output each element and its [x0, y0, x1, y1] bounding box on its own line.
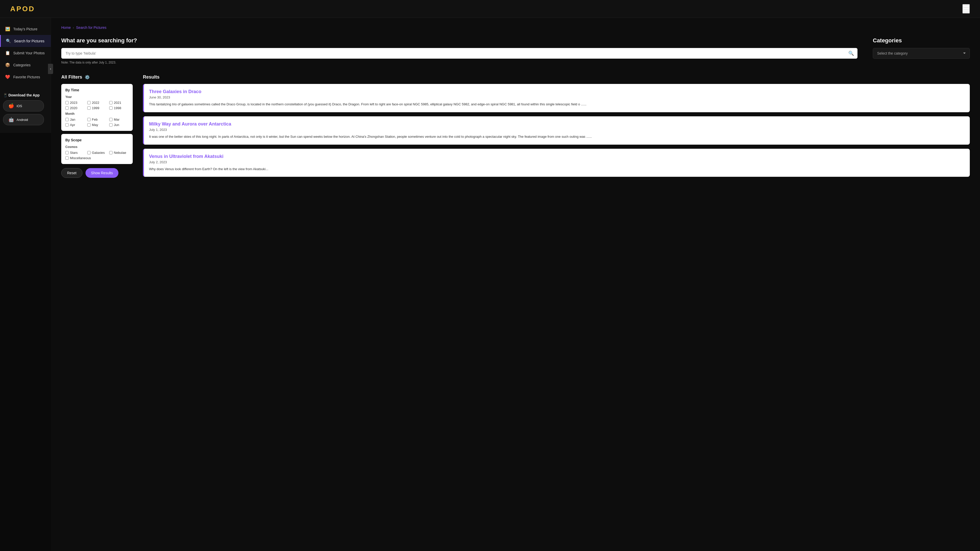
show-results-button[interactable]: Show Results: [86, 168, 119, 178]
year-1999[interactable]: 1999: [87, 106, 107, 110]
result-card-1[interactable]: Three Galaxies in Draco June 30, 2023 Th…: [143, 84, 970, 112]
breadcrumb-separator: ›: [73, 25, 74, 30]
search-submit-button[interactable]: 🔍: [848, 51, 854, 56]
scope-nebulae-checkbox[interactable]: [109, 151, 113, 154]
sidebar-wrapper: 🖼️ Today's Picture 🔍 Search for Pictures…: [0, 18, 51, 551]
breadcrumb: Home › Search for Pictures: [61, 25, 970, 30]
month-feb-checkbox[interactable]: [87, 118, 91, 121]
result-title-1: Three Galaxies in Draco: [149, 89, 965, 94]
ios-download-button[interactable]: 🍎 iOS: [3, 100, 44, 111]
android-label: Android: [17, 118, 28, 122]
search-magnifier-icon: 🔍: [848, 51, 854, 56]
sidebar-item-label: Search for Pictures: [14, 39, 45, 43]
sidebar-item-favorites[interactable]: ❤️ Favorite Pictures: [0, 71, 51, 83]
result-desc-3: Why does Venus look different from Earth…: [149, 167, 965, 172]
filters-panel: All Filters ⚙️ By Time Year 2023 2022 20…: [61, 75, 133, 178]
sidebar-item-categories[interactable]: 📦 Categories: [0, 59, 51, 71]
results-title: Results: [143, 75, 970, 80]
month-apr[interactable]: Apr: [65, 123, 85, 127]
search-note: Note: The data is only after July 1, 202…: [61, 61, 858, 64]
month-label: Month: [65, 112, 129, 116]
year-1999-checkbox[interactable]: [87, 106, 91, 110]
breadcrumb-home[interactable]: Home: [61, 25, 71, 30]
reset-button[interactable]: Reset: [61, 168, 83, 178]
logo-text: APOD: [10, 5, 35, 13]
by-time-title: By Time: [65, 88, 129, 92]
submit-icon: 📋: [5, 51, 10, 56]
scope-checkboxes: Stars Galaxies Nebulae Miscellaneous: [65, 151, 129, 160]
filters-header: All Filters ⚙️: [61, 75, 133, 80]
favorites-icon: ❤️: [5, 75, 10, 79]
result-desc-2: It was one of the better skies of this l…: [149, 134, 965, 140]
result-date-3: July 2, 2023: [149, 160, 965, 164]
scope-misc[interactable]: Miscellaneous: [65, 156, 129, 160]
year-2020-checkbox[interactable]: [65, 106, 68, 110]
cosmos-label: Cosmos: [65, 145, 129, 149]
search-box: 🔍: [61, 48, 858, 59]
filter-by-time: By Time Year 2023 2022 2021 2020 1999 19…: [61, 84, 133, 131]
sidebar-item-search[interactable]: 🔍 Search for Pictures: [0, 35, 51, 47]
sidebar: 🖼️ Today's Picture 🔍 Search for Pictures…: [0, 18, 51, 133]
result-title-3: Venus in Ultraviolet from Akatsuki: [149, 154, 965, 159]
download-section: 📱 Download the App 🍎 iOS 🤖 Android: [0, 93, 51, 125]
scope-galaxies-checkbox[interactable]: [87, 151, 91, 154]
ios-label: iOS: [17, 104, 22, 108]
logo[interactable]: APOD: [10, 5, 35, 13]
result-date-2: July 1, 2023: [149, 128, 965, 132]
month-may[interactable]: May: [87, 123, 107, 127]
filter-icon: ⚙️: [85, 75, 90, 79]
month-apr-checkbox[interactable]: [65, 123, 68, 127]
android-icon: 🤖: [8, 117, 14, 122]
month-jan[interactable]: Jan: [65, 118, 85, 121]
year-2021[interactable]: 2021: [109, 101, 129, 105]
month-feb[interactable]: Feb: [87, 118, 107, 121]
scope-stars[interactable]: Stars: [65, 151, 85, 155]
year-1998[interactable]: 1998: [109, 106, 129, 110]
categories-icon: 📦: [5, 62, 10, 67]
hamburger-button[interactable]: ☰: [963, 4, 970, 14]
year-2022[interactable]: 2022: [87, 101, 107, 105]
year-2021-checkbox[interactable]: [109, 101, 113, 104]
filters-results: All Filters ⚙️ By Time Year 2023 2022 20…: [61, 75, 970, 181]
result-desc-1: This tantalizing trio of galaxies someti…: [149, 102, 965, 107]
page-layout: 🖼️ Today's Picture 🔍 Search for Pictures…: [0, 18, 980, 551]
scope-misc-checkbox[interactable]: [65, 156, 68, 160]
header: APOD ☰: [0, 0, 980, 18]
result-card-2[interactable]: Milky Way and Aurora over Antarctica Jul…: [143, 116, 970, 144]
category-select[interactable]: Select the category Galaxies Nebulae Sta…: [873, 48, 970, 59]
year-2022-checkbox[interactable]: [87, 101, 91, 104]
month-mar[interactable]: Mar: [109, 118, 129, 121]
result-title-2: Milky Way and Aurora over Antarctica: [149, 121, 965, 127]
month-may-checkbox[interactable]: [87, 123, 91, 127]
sidebar-item-submit[interactable]: 📋 Submit Your Photos: [0, 47, 51, 59]
result-card-3[interactable]: Venus in Ultraviolet from Akatsuki July …: [143, 149, 970, 177]
search-heading: What are you searching for?: [61, 37, 858, 44]
sidebar-item-label: Submit Your Photos: [13, 51, 45, 55]
sidebar-item-label: Categories: [13, 63, 30, 67]
search-section: What are you searching for? 🔍 Note: The …: [61, 37, 970, 64]
download-title: 📱 Download the App: [3, 93, 48, 97]
month-jun[interactable]: Jun: [109, 123, 129, 127]
search-left: What are you searching for? 🔍 Note: The …: [61, 37, 858, 64]
main-content: Home › Search for Pictures What are you …: [51, 18, 980, 551]
scope-stars-checkbox[interactable]: [65, 151, 68, 154]
scope-nebulae[interactable]: Nebulae: [109, 151, 129, 155]
year-2023-checkbox[interactable]: [65, 101, 68, 104]
filters-title: All Filters: [61, 75, 82, 80]
search-input[interactable]: [61, 48, 858, 59]
year-1998-checkbox[interactable]: [109, 106, 113, 110]
sidebar-item-label: Favorite Pictures: [13, 75, 40, 79]
month-jan-checkbox[interactable]: [65, 118, 68, 121]
month-jun-checkbox[interactable]: [109, 123, 113, 127]
year-2023[interactable]: 2023: [65, 101, 85, 105]
result-date-1: June 30, 2023: [149, 95, 965, 99]
year-2020[interactable]: 2020: [65, 106, 85, 110]
scope-galaxies[interactable]: Galaxies: [87, 151, 107, 155]
sidebar-item-today[interactable]: 🖼️ Today's Picture: [0, 23, 51, 35]
android-download-button[interactable]: 🤖 Android: [3, 114, 44, 125]
year-checkboxes: 2023 2022 2021 2020 1999 1998: [65, 101, 129, 110]
search-icon: 🔍: [6, 38, 11, 43]
month-mar-checkbox[interactable]: [109, 118, 113, 121]
year-label: Year: [65, 95, 129, 99]
sidebar-collapse-button[interactable]: ‹: [48, 64, 53, 74]
